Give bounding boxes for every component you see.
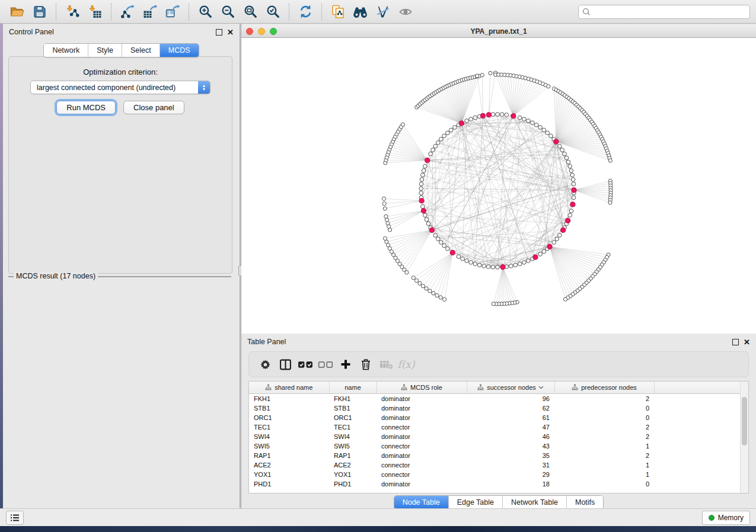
tab-network-table[interactable]: Network Table	[503, 496, 567, 509]
tab-style[interactable]: Style	[88, 44, 122, 57]
table-row[interactable]: YOX1YOX1connector291	[249, 470, 748, 479]
control-panel-tabs: NetworkStyleSelectMCDS	[3, 43, 240, 57]
column-header-filler	[654, 382, 748, 394]
table-row[interactable]: STB1STB1dominator620	[249, 403, 748, 413]
tab-mcds[interactable]: MCDS	[160, 44, 199, 57]
table-row[interactable]: SWI5SWI5connector431	[249, 441, 748, 451]
control-panel-title: Control Panel	[9, 28, 54, 36]
main-toolbar	[0, 0, 756, 24]
control-panel-header: Control Panel ✕	[3, 24, 240, 40]
table-row[interactable]: PHD1PHD1dominator180	[249, 479, 748, 489]
tab-edge-table[interactable]: Edge Table	[449, 496, 503, 509]
import-network-button[interactable]	[63, 3, 81, 21]
deselect-all-button[interactable]	[315, 355, 336, 374]
desktop-screen: Control Panel ✕ NetworkStyleSelectMCDS O…	[0, 0, 756, 532]
close-table-panel-icon[interactable]: ✕	[744, 338, 750, 346]
table-panel-title: Table Panel	[247, 338, 286, 346]
delete-table-button	[376, 355, 396, 374]
tab-motifs[interactable]: Motifs	[567, 496, 603, 509]
show-panels-button[interactable]	[6, 511, 24, 525]
delete-button[interactable]	[356, 355, 376, 374]
refresh-button[interactable]	[296, 3, 314, 21]
zoom-out-button[interactable]	[219, 3, 237, 21]
show-graphics-button[interactable]	[397, 3, 414, 21]
float-table-panel-icon[interactable]	[732, 339, 739, 345]
close-panel-button[interactable]: Close panel	[123, 101, 184, 114]
column-header-shared-name[interactable]: shared name	[249, 382, 329, 394]
function-icon: f(x)	[397, 358, 414, 370]
toolbar-separator	[56, 4, 56, 20]
toolbar-separator	[189, 4, 189, 20]
network-window-title: YPA_prune.txt_1	[241, 27, 756, 36]
criterion-select[interactable]: largest connected component (undirected)…	[30, 81, 210, 94]
mcds-tab-content: Optimization criterion: largest connecte…	[8, 56, 232, 274]
run-mcds-button[interactable]: Run MCDS	[56, 101, 116, 114]
memory-button[interactable]: Memory	[702, 511, 750, 525]
toolbar-buttons	[6, 3, 417, 21]
clone-network-button[interactable]	[329, 3, 347, 21]
network-search-box[interactable]	[578, 5, 750, 19]
tab-node-table[interactable]: Node Table	[394, 496, 449, 509]
table-scrollbar-thumb[interactable]	[742, 397, 747, 446]
column-header-MCDS-role[interactable]: MCDS role	[377, 382, 467, 394]
table-row[interactable]: FKH1FKH1dominator962	[249, 394, 748, 404]
settings-button[interactable]	[255, 355, 275, 374]
search-icon	[582, 8, 591, 16]
toolbar-separator	[321, 4, 322, 20]
toolbar-separator	[111, 4, 111, 20]
table-toolbar: f(x)	[248, 351, 749, 377]
desktop-wallpaper-bottom	[0, 526, 756, 532]
select-all-button[interactable]	[295, 355, 315, 374]
search-input[interactable]	[593, 7, 746, 17]
open-file-button[interactable]	[8, 3, 26, 21]
memory-label: Memory	[718, 514, 744, 522]
zoom-fit-button[interactable]	[241, 3, 259, 21]
zoom-selected-button[interactable]	[264, 3, 282, 21]
table-tabs: Node TableEdge TableNetwork TableMotifs	[241, 495, 756, 509]
select-stepper-icon: ▲▼	[198, 81, 210, 94]
export-image-button[interactable]	[164, 3, 181, 21]
column-header-successor-nodes[interactable]: successor nodes	[467, 382, 554, 394]
toolbar-separator	[289, 4, 289, 20]
function-button: f(x)	[396, 355, 416, 374]
tab-select[interactable]: Select	[122, 44, 160, 57]
network-window: YPA_prune.txt_1	[241, 25, 756, 334]
control-panel: Control Panel ✕ NetworkStyleSelectMCDS O…	[3, 24, 240, 508]
mcds-result-group: MCDS result (17 nodes) PHD1CAR1STP4TID3Y…	[8, 276, 231, 277]
hide-style-button[interactable]	[374, 3, 392, 21]
export-table-button[interactable]	[141, 3, 159, 21]
mcds-result-title: MCDS result (17 nodes)	[14, 272, 98, 280]
node-table: shared namenameMCDS rolesuccessor nodesp…	[248, 381, 749, 493]
table-row[interactable]: RAP1RAP1dominator352	[249, 451, 748, 460]
table-row[interactable]: ORC1ORC1dominator610	[249, 413, 748, 422]
tab-network[interactable]: Network	[44, 44, 88, 57]
table-row[interactable]: ACE2ACE2connector311	[249, 460, 748, 470]
import-table-button[interactable]	[86, 3, 104, 21]
column-header-name[interactable]: name	[329, 382, 377, 394]
columns-button[interactable]	[275, 355, 295, 374]
add-button[interactable]	[336, 355, 356, 374]
list-icon	[10, 514, 20, 522]
zoom-in-button[interactable]	[196, 3, 214, 21]
criterion-value: largest connected component (undirected)	[37, 84, 176, 92]
table-scrollbar[interactable]	[740, 382, 748, 493]
memory-status-icon	[709, 515, 714, 521]
optimization-criterion-label: Optimization criterion:	[9, 68, 232, 76]
network-canvas[interactable]	[241, 38, 756, 334]
status-bar: Memory	[0, 508, 756, 526]
column-header-predecessor-nodes[interactable]: predecessor nodes	[554, 382, 654, 394]
table-panel-header: Table Panel ✕	[241, 334, 756, 350]
table-row[interactable]: SWI4SWI4dominator462	[249, 432, 748, 441]
float-panel-icon[interactable]	[216, 29, 222, 36]
network-window-titlebar[interactable]: YPA_prune.txt_1	[241, 25, 756, 38]
export-network-button[interactable]	[119, 3, 136, 21]
close-panel-icon[interactable]: ✕	[227, 28, 234, 36]
table-panel: Table Panel ✕ f(x) shared namenameMCDS r…	[241, 334, 756, 508]
table-row[interactable]: TEC1TEC1connector472	[249, 422, 748, 432]
save-button[interactable]	[31, 3, 49, 21]
workspace: YPA_prune.txt_1 Table Panel ✕ f(x) share…	[241, 24, 756, 508]
search-network-button[interactable]	[352, 3, 369, 21]
